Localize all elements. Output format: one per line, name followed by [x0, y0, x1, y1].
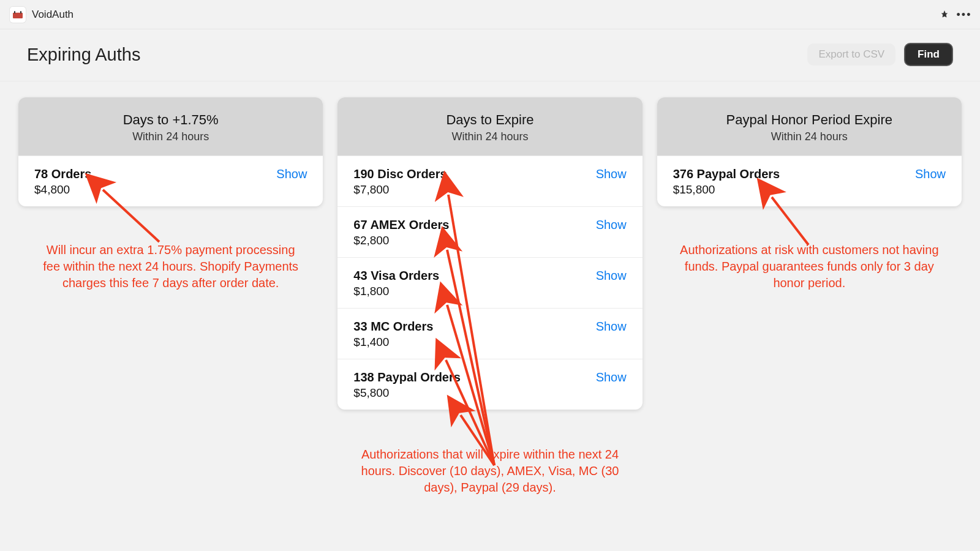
row-amount: $1,800 — [353, 285, 439, 298]
row-title: 376 Paypal Orders — [673, 167, 780, 181]
list-item: 67 AMEX Orders $2,800 Show — [337, 206, 642, 257]
row-amount: $15,800 — [673, 183, 780, 197]
annotation-text: Will incur an extra 1.75% payment proces… — [37, 242, 304, 291]
card-header: Paypal Honor Period Expire Within 24 hou… — [657, 97, 962, 156]
show-link[interactable]: Show — [915, 167, 946, 181]
svg-rect-1 — [14, 11, 15, 13]
show-link[interactable]: Show — [596, 218, 627, 232]
pin-icon[interactable] — [938, 9, 951, 21]
card-sub: Within 24 hours — [344, 130, 636, 143]
annotation-text: Authorizations that will expire within t… — [356, 446, 624, 496]
card-title: Days to +1.75% — [24, 112, 317, 128]
card-sub: Within 24 hours — [663, 130, 956, 143]
col-days-to-fee: Days to +1.75% Within 24 hours 78 Orders… — [18, 97, 323, 291]
row-title: 190 Disc Orders — [353, 167, 447, 181]
show-link[interactable]: Show — [276, 167, 307, 181]
svg-rect-2 — [20, 11, 21, 13]
show-link[interactable]: Show — [596, 370, 627, 384]
list-item: 78 Orders $4,800 Show — [18, 156, 323, 206]
row-amount: $2,800 — [353, 234, 449, 247]
show-link[interactable]: Show — [596, 320, 627, 334]
card-header: Days to +1.75% Within 24 hours — [18, 97, 323, 156]
card-title: Days to Expire — [344, 112, 636, 128]
col-paypal-honor: Paypal Honor Period Expire Within 24 hou… — [657, 97, 962, 291]
export-csv-button[interactable]: Export to CSV — [807, 43, 895, 66]
show-link[interactable]: Show — [596, 167, 627, 181]
card-paypal-honor: Paypal Honor Period Expire Within 24 hou… — [657, 97, 962, 206]
page-header: Expiring Auths Export to CSV Find — [0, 29, 980, 81]
list-item: 138 Paypal Orders $5,800 Show — [337, 359, 642, 410]
page-title: Expiring Auths — [27, 45, 140, 65]
card-days-to-fee: Days to +1.75% Within 24 hours 78 Orders… — [18, 97, 323, 206]
list-item: 190 Disc Orders $7,800 Show — [337, 156, 642, 206]
show-link[interactable]: Show — [596, 269, 627, 283]
annotation-text: Authorizations at risk with customers no… — [676, 242, 943, 291]
app-name: VoidAuth — [32, 9, 74, 21]
more-icon[interactable]: ••• — [958, 9, 970, 21]
row-title: 67 AMEX Orders — [353, 218, 449, 232]
row-amount: $5,800 — [353, 386, 461, 400]
col-days-to-expire: Days to Expire Within 24 hours 190 Disc … — [337, 97, 642, 496]
row-amount: $1,400 — [353, 335, 433, 349]
list-item: 43 Visa Orders $1,800 Show — [337, 257, 642, 308]
find-button[interactable]: Find — [904, 43, 953, 66]
card-sub: Within 24 hours — [24, 130, 317, 143]
row-title: 78 Orders — [34, 167, 91, 181]
svg-rect-0 — [13, 12, 23, 18]
row-title: 43 Visa Orders — [353, 269, 439, 283]
card-title: Paypal Honor Period Expire — [663, 112, 956, 128]
app-icon — [10, 7, 26, 23]
row-amount: $4,800 — [34, 183, 91, 197]
list-item: 33 MC Orders $1,400 Show — [337, 308, 642, 359]
card-days-to-expire: Days to Expire Within 24 hours 190 Disc … — [337, 97, 642, 410]
row-title: 138 Paypal Orders — [353, 370, 461, 384]
row-amount: $7,800 — [353, 183, 447, 197]
row-title: 33 MC Orders — [353, 320, 433, 334]
topbar: VoidAuth ••• — [0, 0, 980, 29]
list-item: 376 Paypal Orders $15,800 Show — [657, 156, 962, 206]
columns: Days to +1.75% Within 24 hours 78 Orders… — [0, 81, 980, 496]
card-header: Days to Expire Within 24 hours — [337, 97, 642, 156]
